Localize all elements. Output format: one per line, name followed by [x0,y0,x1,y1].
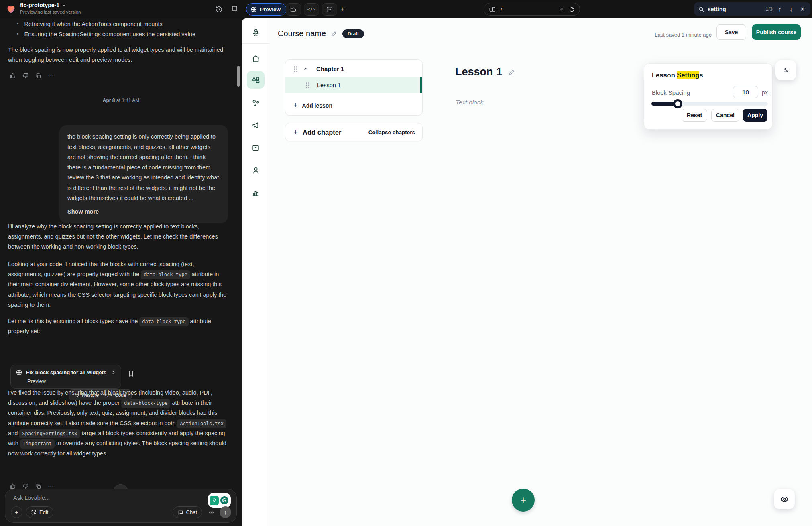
settings-toggle-button[interactable] [775,60,796,80]
add-chapter-button[interactable]: + Add chapter [293,128,341,137]
url-bar[interactable]: / [484,3,580,16]
eye-icon [780,495,789,504]
nav-announcements[interactable] [247,116,265,134]
chat-bubble-icon [178,510,183,515]
search-close-icon[interactable]: ✕ [798,6,806,13]
thumbs-up-icon[interactable] [10,483,16,489]
publish-course-button[interactable]: Publish course [752,24,801,40]
spacing-slider[interactable] [651,102,768,106]
voice-input-button[interactable] [205,506,217,518]
open-external-icon[interactable] [558,6,564,12]
plus-icon: + [293,101,298,110]
chevron-up-icon[interactable] [303,66,309,72]
assistant-paragraph: I've fixed the issue by ensuring that al… [8,388,230,459]
edit-pencil-icon[interactable] [331,30,338,37]
nav-community[interactable] [247,94,265,112]
project-name[interactable]: flc-prototype-1 [20,2,66,8]
copy-icon[interactable] [35,483,41,489]
preview-eye-button[interactable] [774,489,795,509]
settings-title: Lesson Settings [652,71,703,79]
search-highlight: Setting [677,71,699,79]
save-button[interactable]: Save [716,24,746,40]
cloud-deploy-button[interactable] [286,3,301,16]
tool-card-subtitle[interactable]: Preview [27,378,116,384]
url-path[interactable]: / [501,6,558,12]
attach-button[interactable]: + [11,506,22,518]
block-spacing-input[interactable] [733,86,758,98]
lesson-heading-text: Lesson 1 [455,66,502,78]
add-lesson-button[interactable]: + Add lesson [285,96,422,115]
add-block-fab[interactable]: + [512,489,535,512]
search-input[interactable] [708,6,756,12]
more-actions-icon[interactable]: ⋯ [48,72,54,80]
preview-version-note: Previewing last saved version [20,10,81,14]
thumbs-down-icon[interactable] [22,483,29,489]
search-bar[interactable]: 1/3 ↑ ↓ ✕ [694,2,810,16]
bookmark-icon[interactable] [128,370,134,377]
plus-icon: + [340,5,344,13]
search-result-count: 1/3 [766,6,773,12]
analytics-button[interactable] [322,3,337,16]
thumbs-up-icon[interactable] [10,73,16,79]
course-name: Course name [278,29,326,38]
inline-code-chip: data-block-type [121,399,170,408]
assistant-bullet-list: •Retrieving it when the ActionTools comp… [8,19,230,39]
chat-scrollbar[interactable] [237,66,240,87]
arrow-up-icon: ↑ [224,509,227,516]
show-more-link[interactable]: Show more [67,207,220,217]
preview-button[interactable]: Preview [246,3,287,16]
code-view-button[interactable]: </> [304,3,319,16]
nav-store[interactable] [247,139,265,157]
chat-input-container[interactable]: G + Edit Chat ↑ [5,489,237,523]
analytics-icon [326,6,333,13]
lovable-logo-icon[interactable] [6,4,16,14]
chat-mode-button[interactable]: Chat [173,506,202,518]
cancel-button[interactable]: Cancel [711,109,739,122]
refresh-icon[interactable] [569,6,575,12]
slider-thumb[interactable] [673,99,682,108]
nav-home[interactable] [247,50,265,67]
reset-button[interactable]: Reset [682,109,707,122]
nav-analytics[interactable] [247,184,265,202]
user-message-text: the block spacing setting is only correc… [67,133,219,201]
active-lesson-bar [420,77,422,93]
suggestion-bulb-icon [210,496,219,505]
code-icon: </> [307,7,315,12]
collapse-chapters-button[interactable]: Collapse chapters [368,129,415,135]
topbar: flc-prototype-1 Previewing last saved ve… [0,0,812,18]
inline-code-chip: data-block-type [139,317,188,326]
copy-icon[interactable] [35,73,41,79]
history-icon[interactable] [215,5,223,13]
chat-input[interactable] [13,495,146,501]
edit-mode-button[interactable]: Edit [26,506,53,518]
drag-handle-icon[interactable] [305,82,310,88]
nav-profile[interactable] [247,161,265,179]
lesson-list-item[interactable]: Lesson 1 [285,77,422,93]
preview-button-label: Preview [260,6,281,12]
frame-panel-icon[interactable] [231,5,238,12]
timestamp-time: at 1:41 AM [116,98,139,103]
search-next-icon[interactable]: ↓ [787,6,795,12]
send-button[interactable]: ↑ [220,506,231,518]
device-toggle-icon[interactable] [489,6,496,13]
search-prev-icon[interactable]: ↑ [776,6,784,12]
text-block-placeholder[interactable]: Text block [456,99,483,106]
assistant-paragraph: Let me fix this by ensuring all block ty… [8,316,230,336]
chapter-card: Chapter 1 Lesson 1 + Add lesson [285,59,423,116]
apply-button[interactable]: Apply [743,109,767,122]
grammarly-widget[interactable]: G [208,493,231,508]
add-tab-button[interactable]: + [340,5,344,13]
nav-content-active[interactable] [247,71,265,89]
plus-icon: + [520,494,526,506]
chevron-down-icon [62,3,66,8]
drag-handle-icon[interactable] [293,66,298,72]
edit-pencil-icon[interactable] [508,68,516,76]
course-header: Course name Draft [278,29,364,38]
edit-tool-card[interactable]: Fix block spacing for all widgets Previe… [10,365,121,389]
inline-code-chip: SpacingSettings.tsx [19,429,80,438]
app-logo-rocket-icon[interactable] [247,24,265,41]
last-saved-note: Last saved 1 minute ago [655,32,712,38]
chapter-header[interactable]: Chapter 1 [285,60,422,77]
thumbs-down-icon[interactable] [22,73,29,79]
globe-icon [16,369,22,376]
